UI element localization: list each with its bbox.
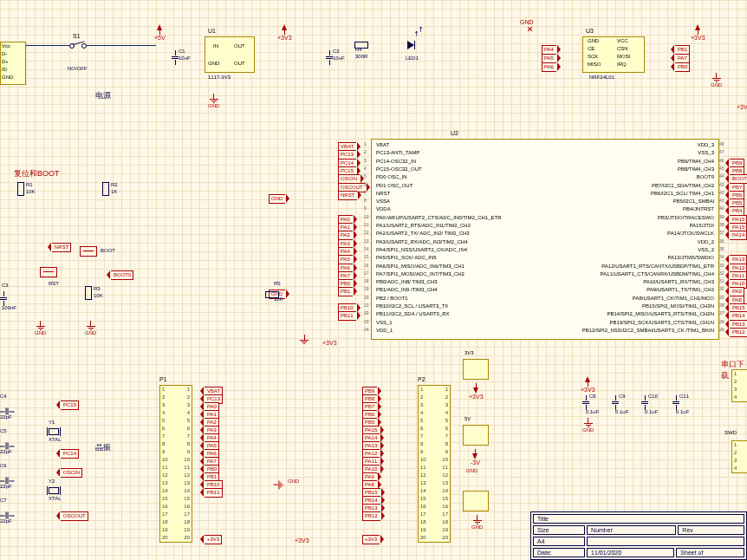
nrf-csn: CSN bbox=[617, 46, 628, 51]
nrf-gnd: GND bbox=[588, 38, 599, 43]
u1-val: 1117-3V3 bbox=[208, 75, 231, 80]
u2-pin-num-30: 30 bbox=[719, 286, 724, 291]
u2-pin-12: PA2/USART2_TX/ ADC_IN2/ TIM2_CH3 bbox=[376, 231, 470, 236]
net-oscout: OSCOUT bbox=[61, 511, 88, 521]
pwr-3v3-reg: +3V3 bbox=[469, 383, 484, 400]
u2-pin-num-38: 38 bbox=[719, 222, 724, 227]
cap-c1 bbox=[172, 50, 179, 65]
led1-ref: LED1 bbox=[406, 55, 419, 61]
c4-val: 22pF bbox=[0, 414, 12, 420]
u2-pin-num-46: 46 bbox=[719, 158, 724, 163]
u2-pin-num-37: 37 bbox=[719, 230, 724, 235]
c7-val: 22pF bbox=[0, 518, 12, 524]
u2-pin-num-19: 19 bbox=[364, 286, 369, 291]
rst-button bbox=[40, 267, 57, 277]
p1-ref: P1 bbox=[159, 376, 167, 382]
r2-val: 1K bbox=[111, 189, 117, 194]
u2-pin-6: PD1 OSC_OUT bbox=[376, 183, 412, 188]
net-nrst: NRST bbox=[52, 243, 71, 252]
conn-p1: 1122334455667788991010111112121313141415… bbox=[159, 385, 192, 543]
u2-pin-num-24: 24 bbox=[364, 327, 369, 332]
u2-pin-15: PA5/SPI1_SCK/ ADC_IN5 bbox=[376, 255, 437, 260]
net-pb1: PB1 bbox=[338, 287, 353, 296]
u2-pin-45: PB8/TIM4_CH3 bbox=[678, 166, 714, 172]
u2-pin-num-4: 4 bbox=[364, 166, 367, 171]
r4-ref: R4 bbox=[355, 47, 362, 52]
u2-pin-46: PB9/TIM4_CH4 bbox=[678, 159, 714, 164]
p2-ref: P2 bbox=[418, 376, 425, 382]
u2-pin-num-40: 40 bbox=[719, 205, 724, 211]
u2-pin-num-33: 33 bbox=[719, 263, 724, 268]
cap-c3 bbox=[0, 291, 7, 306]
u2-pin-num-45: 45 bbox=[719, 166, 724, 171]
r4-val: 300R bbox=[355, 54, 367, 59]
u2-pin-3: PC14-OSC32_IN bbox=[376, 159, 416, 164]
nrf-vcc: VCC bbox=[617, 38, 628, 43]
r3-ref: R3 bbox=[94, 286, 101, 291]
c9-val: 0.1uF bbox=[615, 409, 628, 414]
u2-pin-29: PA8/USART1_CK/TIM1_CH1/MCO bbox=[633, 296, 714, 301]
conn-serial: 1 2 3 4 bbox=[731, 369, 747, 402]
u2-pin-num-39: 39 bbox=[719, 214, 724, 219]
nrf-ce: CE bbox=[588, 46, 594, 51]
u2-pin-26: PB13/SPI2_SCK/USART3_CTS/TIM1_CH1N bbox=[609, 320, 714, 325]
p-net-pb11: PB11 bbox=[205, 488, 223, 498]
u2-pin-num-8: 8 bbox=[364, 198, 367, 203]
pwr-3v3-caps: +3V3 bbox=[581, 376, 595, 393]
u2-pin-num-20: 20 bbox=[364, 295, 369, 300]
gnd-net-u2: GND bbox=[269, 194, 285, 204]
r1-ref: R1 bbox=[26, 182, 33, 187]
u2-pin-48: VDD_3 bbox=[698, 142, 714, 147]
gnd-p1-lbl: GND bbox=[288, 479, 299, 484]
switch-symbol bbox=[69, 40, 87, 50]
conn-swd: 1 2 3 4 bbox=[731, 440, 747, 473]
usb-id: ID bbox=[2, 67, 7, 72]
gnd-u1: GND bbox=[208, 94, 219, 108]
u2-pin-8: VSSA bbox=[376, 199, 390, 204]
u2-pin-num-13: 13 bbox=[364, 238, 369, 244]
u2-pin-num-1: 1 bbox=[364, 141, 367, 147]
c3-val: 100nF bbox=[2, 305, 16, 310]
xtal-y2 bbox=[49, 487, 59, 494]
c8-ref: C8 bbox=[589, 394, 596, 399]
p-net-+3v3: +3V3 bbox=[205, 535, 222, 544]
u1-ref: U1 bbox=[208, 28, 216, 34]
u2-pin-33: PA12/USART1_RTS/CANTX/USBDP/TIM1_ETR bbox=[601, 264, 714, 269]
gnd-rst: GND bbox=[35, 321, 46, 335]
c3-ref: C3 bbox=[2, 283, 9, 288]
nrf-val: NRF24L01 bbox=[589, 75, 614, 80]
boot-lbl: BOOT bbox=[101, 248, 115, 253]
u2-pin-num-41: 41 bbox=[719, 198, 724, 203]
u2-pin-num-36: 36 bbox=[719, 238, 724, 244]
u2-pin-13: PA3/USART2_RX/ADC_IN3/TIM2_CH4 bbox=[376, 239, 467, 244]
u2-pin-num-27: 27 bbox=[719, 310, 724, 316]
net-pb0-nrf: PB0 bbox=[675, 62, 690, 72]
u2-pin-38: PA15/JTDI bbox=[689, 223, 714, 228]
pwr-3v3: +3V3 bbox=[277, 24, 292, 41]
u1-in: IN bbox=[213, 43, 218, 49]
u2-pin-num-21: 21 bbox=[364, 303, 369, 308]
c6-val: 22pF bbox=[0, 484, 12, 489]
usb-vcc: Vcc bbox=[2, 43, 10, 49]
u2-pin-1: VBAT bbox=[376, 142, 389, 147]
u1-gnd: GND bbox=[208, 61, 219, 66]
pwr-3v3-p1: +3V3 bbox=[295, 537, 309, 544]
title-block: Title SizeNumberRev A4 Date:11/01/2020Sh… bbox=[530, 511, 747, 560]
u2-pin-num-47: 47 bbox=[719, 149, 724, 154]
u2-pin-num-26: 26 bbox=[719, 319, 724, 324]
u1-out1: OUT bbox=[234, 43, 245, 49]
pwr-3v3-right: +3V3 bbox=[737, 104, 747, 110]
u2-pin-num-35: 35 bbox=[719, 246, 724, 251]
s1-ref: S1 bbox=[73, 33, 81, 39]
u2-pin-num-25: 25 bbox=[719, 327, 724, 332]
u2-pin-num-29: 29 bbox=[719, 295, 724, 300]
pwr-n5v: -3V bbox=[471, 449, 480, 466]
boot-button bbox=[80, 246, 97, 257]
net-pc15: PC15 bbox=[61, 400, 79, 410]
u2-pin-39: PB3/JTDO/TRACESWO bbox=[658, 215, 714, 220]
reg-3v3 bbox=[463, 359, 489, 380]
u2-pin-17: PA7/SPI1_MOSI/ADC_IN7/TIM3_CH2 bbox=[376, 271, 464, 277]
u2-pin-23: VSS_1 bbox=[376, 320, 393, 325]
u2-pin-num-2: 2 bbox=[364, 149, 367, 154]
c2-ref: C2 bbox=[333, 49, 340, 54]
